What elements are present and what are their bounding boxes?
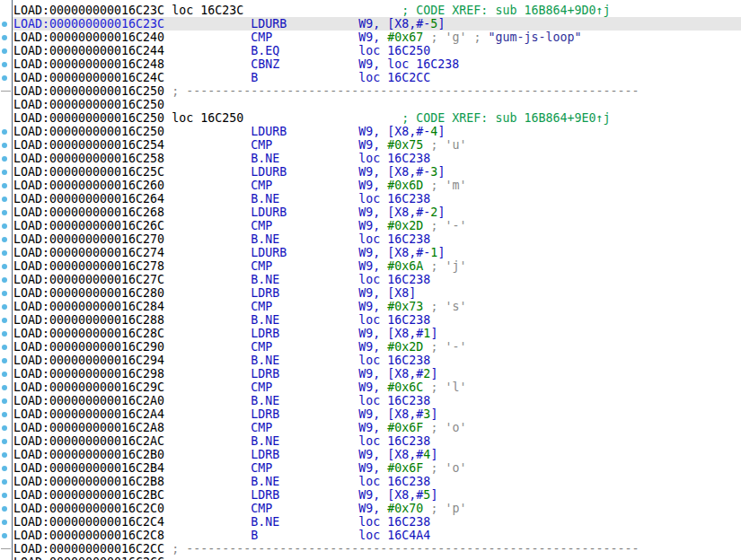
spacing — [164, 461, 251, 475]
disasm-line[interactable]: LOAD:000000000016C270 B.NE loc_16C238 — [0, 232, 741, 246]
disasm-line[interactable]: LOAD:000000000016C2C0 CMP W9, #0x70 ; 'p… — [0, 502, 741, 515]
auto-comment: ; — [164, 542, 186, 556]
disasm-line[interactable]: LOAD:000000000016C2A8 CMP W9, #0x6F ; 'o… — [0, 421, 741, 434]
line-margin — [0, 232, 13, 246]
operand-text: W9, [X8] — [358, 286, 416, 300]
disasm-line[interactable]: LOAD:000000000016C2A0 B.NE loc_16C238 — [0, 394, 741, 407]
address-text: LOAD:000000000016C268 — [13, 206, 164, 219]
operand-text: ] — [430, 367, 437, 381]
label-text: loc_16C250 — [164, 111, 243, 125]
mnemonic-text: LDRB — [251, 286, 279, 300]
address-text: LOAD:000000000016C264 — [13, 192, 164, 206]
mnemonic-text: LDRB — [251, 448, 279, 461]
spacing — [164, 232, 251, 246]
disasm-line[interactable]: LOAD:000000000016C2AC B.NE loc_16C238 — [0, 434, 741, 448]
disasm-line[interactable]: LOAD:000000000016C26C CMP W9, #0x2D ; '-… — [0, 219, 741, 232]
operand-text: W9, [X8,# — [358, 367, 423, 381]
operand-text: W9, — [358, 461, 387, 475]
disasm-line[interactable]: LOAD:000000000016C240 CMP W9, #0x67 ; 'g… — [0, 31, 741, 44]
address-text: LOAD:000000000016C2BC — [13, 488, 164, 502]
mnemonic-text: B.NE — [251, 232, 279, 246]
line-margin — [0, 542, 13, 556]
disasm-line[interactable]: LOAD:000000000016C294 B.NE loc_16C238 — [0, 354, 741, 367]
spacing — [164, 300, 251, 313]
spacing — [164, 273, 251, 286]
disasm-line[interactable]: LOAD:000000000016C29C CMP W9, #0x6C ; 'l… — [0, 381, 741, 394]
disasm-line[interactable]: LOAD:000000000016C27C B.NE loc_16C238 — [0, 273, 741, 286]
spacing — [287, 125, 358, 138]
instruction-dot-icon — [2, 479, 7, 485]
disasm-line[interactable]: LOAD:000000000016C264 B.NE loc_16C238 — [0, 192, 741, 206]
disasm-line[interactable]: LOAD:000000000016C254 CMP W9, #0x75 ; 'u… — [0, 138, 741, 152]
operand-text: ] — [430, 488, 437, 502]
operand-text: W9, [X8,#- — [358, 246, 430, 259]
disasm-line[interactable]: LOAD:000000000016C2CC ; ----------------… — [0, 542, 741, 556]
address-text: LOAD:000000000016C278 — [13, 259, 164, 273]
disasm-line[interactable]: LOAD:000000000016C284 CMP W9, #0x73 ; 's… — [0, 300, 741, 313]
operand-text: W9, [X8,#- — [358, 165, 430, 179]
auto-comment: ; 'p' — [423, 502, 466, 515]
disasm-line[interactable]: LOAD:000000000016C250 ; ----------------… — [0, 84, 741, 98]
operand-text: loc_16C238 — [358, 475, 430, 488]
disasm-line[interactable]: LOAD:000000000016C280 LDRB W9, [X8] — [0, 286, 741, 300]
address-text: LOAD:000000000016C28C — [13, 327, 164, 340]
spacing — [164, 367, 251, 381]
disasm-line-text: LOAD:000000000016C250 ; ----------------… — [13, 84, 741, 98]
address-text: LOAD:000000000016C260 — [13, 179, 164, 192]
spacing — [164, 44, 251, 57]
disasm-line[interactable]: LOAD:000000000016C274 LDURB W9, [X8,#-1] — [0, 246, 741, 259]
spacing — [272, 340, 358, 354]
disasm-line-text: LOAD:000000000016C244 B.EQ loc_16C250 — [13, 44, 741, 57]
disasm-line[interactable]: LOAD:000000000016C23C LDURB W9, [X8,#-5] — [0, 17, 741, 31]
instruction-dot-icon — [2, 318, 7, 323]
disasm-line-text: LOAD:000000000016C280 LDRB W9, [X8] — [13, 286, 741, 300]
operand-text: loc_16C250 — [358, 44, 430, 57]
disasm-line[interactable]: LOAD:000000000016C278 CMP W9, #0x6A ; 'j… — [0, 259, 741, 273]
disasm-line[interactable]: LOAD:000000000016C248 CBNZ W9, loc_16C23… — [0, 57, 741, 71]
disasm-line[interactable]: LOAD:000000000016C2CC — [0, 556, 741, 560]
disasm-line[interactable]: LOAD:000000000016C260 CMP W9, #0x6D ; 'm… — [0, 179, 741, 192]
instruction-dot-icon — [2, 183, 7, 188]
disasm-line[interactable]: LOAD:000000000016C2BC LDRB W9, [X8,#5] — [0, 488, 741, 502]
disasm-line-text: LOAD:000000000016C29C CMP W9, #0x6C ; 'l… — [13, 381, 741, 394]
instruction-dot-icon — [2, 345, 7, 350]
disasm-line[interactable]: LOAD:000000000016C2B0 LDRB W9, [X8,#4] — [0, 448, 741, 461]
auto-comment: ; 's' — [423, 300, 466, 313]
disasm-line[interactable]: LOAD:000000000016C290 CMP W9, #0x2D ; '-… — [0, 340, 741, 354]
disasm-line-text: LOAD:000000000016C288 B.NE loc_16C238 — [13, 313, 741, 327]
xref-comment: ; CODE XREF: sub_16B864+9D0↑j — [401, 4, 610, 17]
disasm-line[interactable]: LOAD:000000000016C28C LDRB W9, [X8,#1] — [0, 327, 741, 340]
disasm-line[interactable]: LOAD:000000000016C2C8 B loc_16C4A4 — [0, 529, 741, 542]
disasm-line[interactable]: LOAD:000000000016C250 loc_16C250 ; CODE … — [0, 111, 741, 125]
disasm-line[interactable]: LOAD:000000000016C288 B.NE loc_16C238 — [0, 313, 741, 327]
disasm-line[interactable]: LOAD:000000000016C250 LDURB W9, [X8,#-4] — [0, 125, 741, 138]
disasm-line[interactable]: LOAD:000000000016C244 B.EQ loc_16C250 — [0, 44, 741, 57]
operand-text: W9, [X8,#- — [358, 206, 430, 219]
disasm-line[interactable]: LOAD:000000000016C250 — [0, 98, 741, 111]
disasm-line[interactable]: LOAD:000000000016C2C4 B.NE loc_16C238 — [0, 515, 741, 529]
line-margin — [0, 192, 13, 206]
spacing — [272, 421, 358, 434]
mnemonic-text: CMP — [251, 259, 272, 273]
instruction-dot-icon — [2, 425, 7, 431]
disasm-line[interactable]: LOAD:000000000016C24C B loc_16C2CC — [0, 71, 741, 84]
address-text: LOAD:000000000016C294 — [13, 354, 164, 367]
line-margin — [0, 340, 13, 354]
line-margin — [0, 17, 13, 31]
disasm-line-text: LOAD:000000000016C2CC ; ----------------… — [13, 542, 741, 556]
disasm-line-text: LOAD:000000000016C240 CMP W9, #0x67 ; 'g… — [13, 31, 741, 44]
disasm-line[interactable]: LOAD:000000000016C2B4 CMP W9, #0x6F ; 'o… — [0, 461, 741, 475]
disasm-line-text: LOAD:000000000016C27C B.NE loc_16C238 — [13, 273, 741, 286]
spacing — [272, 138, 358, 152]
disasm-line[interactable]: LOAD:000000000016C258 B.NE loc_16C238 — [0, 152, 741, 165]
disasm-line-text: LOAD:000000000016C23C loc_16C23C ; CODE … — [13, 4, 741, 17]
disasm-line-text: LOAD:000000000016C26C CMP W9, #0x2D ; '-… — [13, 219, 741, 232]
disasm-line[interactable]: LOAD:000000000016C25C LDURB W9, [X8,#-3] — [0, 165, 741, 179]
spacing — [272, 461, 358, 475]
disasm-line[interactable]: LOAD:000000000016C298 LDRB W9, [X8,#2] — [0, 367, 741, 381]
spacing — [279, 488, 358, 502]
disasm-line[interactable]: LOAD:000000000016C23C loc_16C23C ; CODE … — [0, 4, 741, 17]
disasm-line[interactable]: LOAD:000000000016C268 LDURB W9, [X8,#-2] — [0, 206, 741, 219]
disasm-line[interactable]: LOAD:000000000016C2B8 B.NE loc_16C238 — [0, 475, 741, 488]
disasm-line[interactable]: LOAD:000000000016C2A4 LDRB W9, [X8,#3] — [0, 407, 741, 421]
